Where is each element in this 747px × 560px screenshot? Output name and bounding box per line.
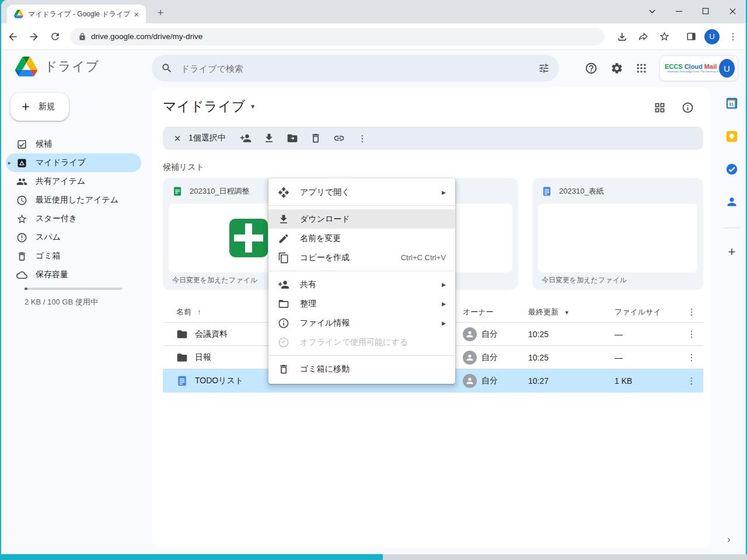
window-maximize-button[interactable] (696, 2, 715, 20)
contacts-panel-button[interactable] (725, 195, 739, 209)
info-icon (682, 102, 694, 114)
account-pill[interactable]: ECCS Cloud Mail Information Technology C… (659, 55, 738, 81)
owner-avatar (463, 327, 477, 341)
help-button[interactable] (584, 61, 598, 75)
settings-button[interactable] (610, 61, 624, 75)
menu-item-organize[interactable]: 整理 ▶ (268, 294, 455, 313)
calendar-panel-button[interactable]: 31 (725, 96, 739, 110)
expand-arrow-icon[interactable]: ▸ (8, 160, 15, 166)
grid-view-toggle-button[interactable] (652, 100, 666, 114)
sidebar-item-shared[interactable]: 共有アイテム (6, 172, 141, 191)
menu-item-label: ダウンロード (300, 214, 350, 225)
sidebar-item-trash[interactable]: ゴミ箱 (6, 247, 141, 265)
collapse-panel-chevron-icon[interactable]: › (727, 534, 731, 545)
sidebar-item-label: スパム (36, 232, 61, 243)
row-more-button[interactable]: ⋮ (687, 329, 696, 340)
sidebar-item-starred[interactable]: スター付き (6, 209, 141, 228)
tasks-panel-button[interactable] (725, 162, 739, 176)
column-header-name[interactable]: 名前 (176, 307, 191, 317)
storage-progress-fill (25, 288, 27, 290)
keep-panel-button[interactable] (725, 130, 739, 144)
person-add-icon (240, 132, 252, 144)
sidebar-item-spam[interactable]: スパム (6, 228, 141, 247)
reload-button[interactable] (46, 27, 64, 46)
sidebar-item-my-drive[interactable]: ▸ マイドライブ (6, 153, 141, 172)
menu-item-share[interactable]: 共有 ▶ (268, 275, 455, 294)
browser-profile-avatar[interactable]: U (703, 27, 721, 46)
google-apps-button[interactable] (634, 61, 648, 75)
sort-descending-icon[interactable]: ▼ (564, 310, 570, 316)
search-input[interactable] (181, 64, 538, 74)
sidebar-item-recent[interactable]: 最近使用したアイテム (6, 191, 141, 209)
downloads-button[interactable] (613, 27, 631, 46)
spreadsheet-icon (172, 186, 183, 197)
card-footer: 今日変更を加えたファイル (172, 275, 257, 285)
bookmark-star-button[interactable] (655, 27, 673, 46)
drive-home-link[interactable]: ドライブ (15, 57, 99, 76)
sidebar-item-storage[interactable]: 保存容量 (6, 265, 141, 284)
tab-close-icon[interactable]: × (131, 9, 141, 19)
chevron-down-icon[interactable]: ▼ (250, 103, 256, 110)
new-button[interactable]: 新規 (11, 93, 69, 121)
window-minimize-button[interactable] (669, 2, 689, 20)
last-modified: 10:25 (528, 330, 615, 339)
share-selected-button[interactable] (234, 129, 257, 148)
row-more-button[interactable]: ⋮ (687, 352, 696, 363)
browser-menu-button[interactable]: ⋮ (724, 27, 742, 46)
browser-tab[interactable]: マイドライブ - Google ドライブ × (7, 5, 146, 23)
move-selected-button[interactable] (281, 129, 304, 148)
share-page-button[interactable] (634, 27, 652, 46)
open-with-icon (278, 187, 289, 198)
window-chevron-icon[interactable] (642, 2, 662, 20)
selection-count: 1個選択中 (189, 133, 226, 144)
row-more-button[interactable]: ⋮ (687, 376, 696, 386)
owner-name: 自分 (481, 376, 498, 386)
file-name: 日報 (195, 352, 211, 363)
side-panel-button[interactable] (682, 27, 700, 46)
search-options-tune-icon[interactable] (538, 62, 550, 74)
storage-progress-bar (25, 288, 123, 290)
column-header-owner[interactable]: オーナー (463, 307, 494, 317)
selection-toolbar: × 1個選択中 ⋮ (163, 127, 703, 150)
menu-item-make-copy[interactable]: コピーを作成 Ctrl+C Ctrl+V (268, 248, 455, 267)
add-panel-app-button[interactable]: + (725, 244, 739, 260)
menu-item-open-with[interactable]: アプリで開く ▶ (268, 183, 455, 202)
breadcrumb[interactable]: マイドライブ ▼ (163, 97, 256, 116)
folder-icon (176, 352, 188, 363)
address-bar[interactable]: drive.google.com/drive/my-drive (70, 28, 605, 46)
gear-icon (610, 62, 623, 75)
desktop-strip-teal (0, 554, 383, 560)
column-settings-button[interactable]: ⋮ (687, 307, 696, 317)
drive-search-bar[interactable] (152, 55, 559, 82)
forward-button[interactable] (25, 27, 43, 46)
more-vertical-icon: ⋮ (728, 31, 738, 42)
menu-item-rename[interactable]: 名前を変更 (268, 229, 455, 248)
menu-item-move-to-trash[interactable]: ゴミ箱に移動 (268, 359, 455, 379)
sidebar-item-suggested[interactable]: 候補 (6, 135, 141, 153)
column-header-size[interactable]: ファイルサイ (615, 307, 661, 316)
document-icon (176, 375, 188, 387)
copy-link-button[interactable] (327, 129, 351, 148)
menu-divider (268, 355, 455, 356)
account-avatar[interactable]: U (719, 59, 735, 78)
window-close-button[interactable] (722, 2, 742, 20)
plus-icon (20, 101, 32, 113)
new-tab-button[interactable]: + (154, 6, 167, 19)
column-header-modified[interactable]: 最終更新 (528, 307, 558, 316)
menu-item-file-info[interactable]: ファイル情報 ▶ (268, 313, 455, 332)
sort-ascending-icon[interactable]: ↑ (197, 308, 201, 316)
clear-selection-button[interactable]: × (169, 130, 186, 147)
download-tray-icon (616, 31, 628, 43)
browser-toolbar: drive.google.com/drive/my-drive U ⋮ (1, 23, 746, 50)
svg-text:31: 31 (729, 102, 734, 107)
menu-item-download[interactable]: ダウンロード (268, 209, 455, 229)
trash-selected-button[interactable] (304, 129, 327, 148)
details-info-button[interactable] (680, 100, 694, 114)
back-button[interactable] (4, 27, 22, 46)
drive-favicon (14, 9, 23, 19)
more-actions-button[interactable]: ⋮ (351, 129, 374, 148)
download-selected-button[interactable] (257, 129, 281, 148)
menu-item-label: コピーを作成 (300, 253, 350, 263)
download-icon (278, 214, 289, 225)
file-card-cover[interactable]: 202310_表紙 今日変更を加えたファイル (532, 178, 703, 290)
